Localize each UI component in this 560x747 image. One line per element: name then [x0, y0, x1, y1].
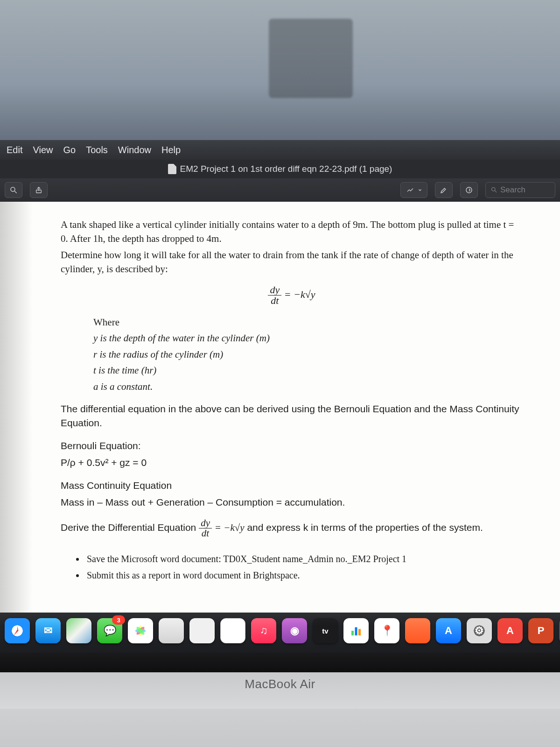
where-line: t is the time (hr): [93, 363, 523, 377]
dock-photos-icon[interactable]: [128, 618, 153, 643]
laptop-brand-label: MacBook Air: [0, 677, 560, 691]
svg-rect-11: [355, 627, 357, 636]
markup-dropdown[interactable]: [400, 182, 427, 198]
where-line: y is the depth of the water in the cylin…: [93, 331, 523, 345]
dock-powerpoint-icon[interactable]: P: [528, 618, 553, 643]
svg-point-4: [492, 188, 496, 191]
svg-point-3: [466, 187, 472, 193]
dock-app-icon[interactable]: [220, 618, 245, 643]
menu-help[interactable]: Help: [161, 145, 181, 155]
highlight-button[interactable]: [435, 182, 453, 198]
dock-maps-icon[interactable]: [66, 618, 91, 643]
equation: dydt = −k√y: [61, 285, 523, 306]
share-button[interactable]: [30, 182, 48, 198]
dock-app-icon[interactable]: [159, 618, 184, 643]
dock-podcasts-icon[interactable]: ◉: [282, 618, 307, 643]
macos-dock: ✉︎ 💬 ♫ ◉ tv 📍 A ⚙︎ A P W X: [0, 613, 560, 653]
dock-tv-icon[interactable]: tv: [313, 618, 338, 643]
window-titlebar: EM2 Project 1 on 1st order diff eqn 22-2…: [0, 160, 560, 178]
dock-messages-icon[interactable]: 💬: [97, 618, 122, 643]
rotate-button[interactable]: [460, 182, 478, 198]
svg-line-5: [495, 190, 497, 192]
derivation-text: P/ρ + 0.5v² + gz = 0: [61, 456, 523, 470]
ambient-background: [0, 0, 560, 140]
menu-go[interactable]: Go: [63, 145, 76, 155]
where-line: a is a constant.: [93, 380, 523, 394]
menu-window[interactable]: Window: [118, 145, 151, 155]
file-icon: [168, 164, 176, 174]
svg-rect-10: [351, 631, 354, 635]
document-viewport[interactable]: A tank shaped like a vertical cylinder i…: [0, 202, 560, 613]
derivation-text: Bernouli Equation:: [61, 439, 523, 453]
dock-settings-icon[interactable]: ⚙︎: [467, 618, 492, 643]
dock-music-icon[interactable]: ♫: [251, 618, 276, 643]
dock-safari-icon[interactable]: [5, 618, 30, 643]
paragraph: A tank shaped like a vertical cylinder i…: [61, 218, 523, 246]
derivation-text: Derive the Differential Equation dydt = …: [61, 518, 523, 538]
svg-point-0: [11, 187, 15, 191]
svg-rect-12: [358, 629, 361, 635]
dock-anydesk-icon[interactable]: A: [497, 618, 523, 643]
window-title-text: EM2 Project 1 on 1st order diff eqn 22-2…: [180, 164, 392, 174]
menu-edit[interactable]: Edit: [7, 145, 22, 155]
search-field[interactable]: Search: [485, 182, 555, 198]
dock-mail-icon[interactable]: ✉︎: [35, 618, 61, 643]
list-item: Save the Microsoft word document: TD0X_S…: [85, 552, 523, 566]
list-item: Submit this as a report in word document…: [85, 569, 523, 582]
menu-view[interactable]: View: [33, 145, 53, 155]
dock-app-icon[interactable]: [405, 618, 430, 643]
pdf-page: A tank shaped like a vertical cylinder i…: [0, 202, 560, 613]
dock-app-icon[interactable]: 📍: [374, 618, 399, 643]
laptop-screen: Edit View Go Tools Window Help EM2 Proje…: [0, 140, 560, 747]
bullet-list: Save the Microsoft word document: TD0X_S…: [85, 552, 523, 582]
dock-app-icon[interactable]: [189, 618, 215, 643]
derivation-text: The differential equation in the above c…: [61, 402, 523, 430]
paragraph: Determine how long it will take for all …: [61, 248, 523, 276]
svg-line-1: [14, 191, 17, 193]
where-line: r is the radius of the cylinder (m): [93, 347, 523, 361]
derivation-text: Mass in – Mass out + Generation – Consum…: [61, 495, 523, 509]
where-heading: Where: [93, 315, 523, 329]
preview-toolbar: Search: [0, 178, 560, 202]
mac-menubar: Edit View Go Tools Window Help: [0, 140, 560, 160]
zoom-button[interactable]: [5, 182, 22, 198]
dock-appstore-icon[interactable]: A: [436, 618, 461, 643]
dock-numbers-icon[interactable]: [343, 618, 369, 643]
keyboard-deck: ☀︎F1 ☀︎F2 ⌗F3 ▦F4 🎤F5 ☾F6 ◃◃F7 ▷IIF8 ▷▷F…: [0, 709, 560, 747]
search-placeholder: Search: [500, 185, 525, 195]
menu-tools[interactable]: Tools: [86, 145, 108, 155]
derivation-text: Mass Continuity Equation: [61, 479, 523, 493]
